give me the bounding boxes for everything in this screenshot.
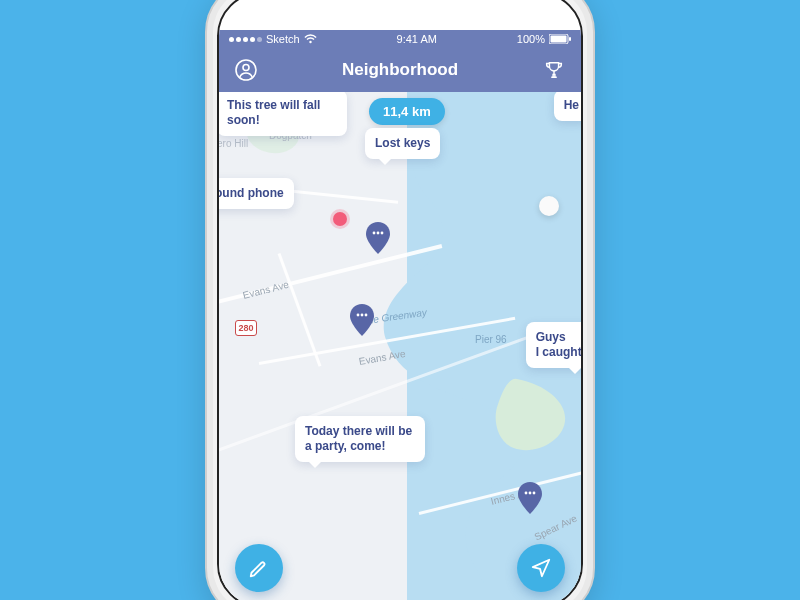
screen: Sketch 9:41 AM 100% Neighborhood bbox=[217, 0, 583, 600]
status-left: Sketch bbox=[229, 33, 317, 45]
map-label-evans-2: Evans Ave bbox=[358, 348, 406, 367]
compose-button[interactable] bbox=[235, 544, 283, 592]
svg-rect-2 bbox=[569, 37, 571, 41]
svg-point-5 bbox=[373, 232, 376, 235]
svg-point-8 bbox=[357, 314, 360, 317]
road bbox=[278, 253, 322, 367]
svg-point-7 bbox=[381, 232, 384, 235]
bubble-hey[interactable]: He bbox=[554, 92, 581, 121]
clock: 9:41 AM bbox=[397, 33, 437, 45]
svg-point-12 bbox=[529, 492, 532, 495]
locate-button[interactable] bbox=[517, 544, 565, 592]
bubble-party[interactable]: Today there will be a party, come! bbox=[295, 416, 425, 462]
map-canvas[interactable]: Dogpatch ero Hill Evans Ave Evans Ave Bl… bbox=[219, 92, 581, 600]
page-title: Neighborhood bbox=[342, 60, 458, 80]
map-label-spear: Spear Ave bbox=[533, 512, 579, 542]
bubble-found-phone[interactable]: ound phone bbox=[219, 178, 294, 209]
carrier-label: Sketch bbox=[266, 33, 300, 45]
bubble-tree[interactable]: This tree will fall soon! bbox=[219, 92, 347, 136]
bubble-guys[interactable]: Guys I caught, bbox=[526, 322, 581, 368]
signal-dots-icon bbox=[229, 37, 262, 42]
svg-point-4 bbox=[243, 65, 249, 71]
svg-point-6 bbox=[377, 232, 380, 235]
nav-bar: Neighborhood bbox=[219, 48, 581, 92]
svg-point-11 bbox=[525, 492, 528, 495]
svg-point-13 bbox=[533, 492, 536, 495]
map-label-potrero: ero Hill bbox=[219, 138, 248, 149]
wifi-icon bbox=[304, 34, 317, 44]
status-bar: Sketch 9:41 AM 100% bbox=[219, 30, 581, 48]
map-label-pier96: Pier 96 bbox=[475, 334, 507, 345]
map-pin[interactable] bbox=[517, 482, 543, 514]
distance-pill[interactable]: 11,4 km bbox=[369, 98, 445, 125]
svg-point-9 bbox=[361, 314, 364, 317]
road bbox=[219, 244, 442, 306]
highway-shield: 280 bbox=[235, 320, 257, 336]
road bbox=[419, 464, 581, 515]
map-marker-white[interactable] bbox=[539, 196, 559, 216]
road bbox=[259, 317, 516, 365]
battery-label: 100% bbox=[517, 33, 545, 45]
bubble-lost-keys[interactable]: Lost keys bbox=[365, 128, 440, 159]
profile-icon[interactable] bbox=[233, 57, 259, 83]
map-pin[interactable] bbox=[365, 222, 391, 254]
svg-point-10 bbox=[365, 314, 368, 317]
user-location-dot bbox=[333, 212, 347, 226]
svg-rect-1 bbox=[550, 36, 566, 43]
battery-icon bbox=[549, 34, 571, 44]
trophy-icon[interactable] bbox=[541, 57, 567, 83]
map-pin[interactable] bbox=[349, 304, 375, 336]
phone-frame: Sketch 9:41 AM 100% Neighborhood bbox=[205, 0, 595, 600]
status-right: 100% bbox=[517, 33, 571, 45]
